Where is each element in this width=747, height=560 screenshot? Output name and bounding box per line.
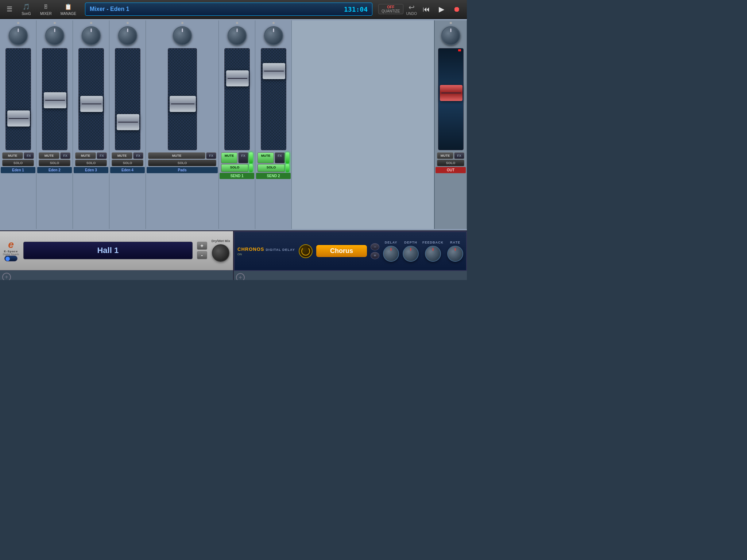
chronos-depth-param: DEPTH (403, 241, 419, 262)
fx-btn-eden1[interactable]: FX (24, 152, 34, 159)
chronos-delay-knob[interactable] (383, 246, 399, 262)
clip-indicator (458, 49, 461, 51)
solo-btn-send2[interactable]: SOLO (258, 164, 285, 172)
chronos-depth-knob[interactable] (403, 246, 419, 262)
mute-btn-eden1[interactable]: MUTE (2, 152, 23, 159)
fader-handle-send1[interactable] (226, 70, 249, 86)
espace-logo: e E-Space Digital Reverb (3, 240, 19, 261)
fx-btn-eden3[interactable]: FX (97, 152, 107, 159)
pan-knob-eden1[interactable] (9, 26, 28, 45)
fader-handle-eden3[interactable] (80, 96, 103, 112)
rewind-button[interactable]: ⏮ (420, 4, 433, 15)
quantize-button[interactable]: OFF QUANTIZE (378, 4, 403, 14)
fader-handle-master[interactable] (440, 85, 462, 101)
add-fx-btn-4[interactable]: + (236, 273, 245, 280)
pan-knob-master[interactable] (441, 26, 460, 45)
chronos-delay-param: DELAY (383, 241, 399, 262)
fx-slot-4: + 4. NO FX Hold a button on the effect c… (234, 271, 467, 280)
channel-label-eden3[interactable]: Eden 3 (74, 167, 108, 173)
fader-handle-eden1[interactable] (7, 110, 30, 127)
chronos-next-btn[interactable]: + (371, 252, 379, 259)
fader-handle-pads[interactable] (170, 96, 196, 112)
chronos-power-ring (301, 247, 310, 256)
solo-btn-eden1[interactable]: SOLO (2, 160, 34, 166)
mute-btn-eden3[interactable]: MUTE (75, 152, 96, 159)
espace-preset-display[interactable]: Hall 1 (23, 242, 193, 259)
chronos-preset-name: Chorus (330, 247, 353, 254)
channel-buttons-master: MUTE FX SOLO (436, 152, 466, 167)
fx-btn-eden2[interactable]: FX (60, 152, 70, 159)
channel-label-send2[interactable]: SEND 2 (256, 173, 291, 179)
espace-subtitle: Digital Reverb (3, 253, 19, 256)
mute-btn-eden4[interactable]: MUTE (112, 152, 132, 159)
chronos-rate-knob[interactable] (447, 246, 463, 262)
chronos-feedback-knob[interactable] (425, 246, 441, 262)
channel-strip-eden3: MUTE FX SOLO Eden 3 (73, 20, 109, 229)
chronos-feedback-param: FEEDBACK (422, 241, 444, 262)
pan-knob-pads[interactable] (173, 26, 192, 45)
fx-btn-master[interactable]: FX (454, 152, 464, 159)
led-solo-send1 (249, 164, 253, 172)
chronos-prev-btn[interactable]: − (371, 243, 379, 250)
add-fx-btn-3[interactable]: + (2, 273, 11, 280)
led-solo-send2 (286, 164, 289, 172)
fx-btn-send1[interactable]: FX (238, 152, 248, 163)
pan-knob-eden4[interactable] (118, 26, 137, 45)
fx-btn-eden4[interactable]: FX (133, 152, 143, 159)
channel-label-eden1[interactable]: Eden 1 (1, 167, 35, 173)
chronos-delay-label: DELAY (385, 241, 398, 244)
espace-power-toggle[interactable] (4, 256, 18, 261)
chronos-rate-label: RATE (450, 241, 460, 244)
led-send1 (249, 152, 253, 163)
mute-btn-eden2[interactable]: MUTE (39, 152, 59, 159)
display-time: 131:04 (344, 5, 368, 13)
solo-btn-eden4[interactable]: SOLO (112, 160, 143, 166)
pan-knob-eden2[interactable] (45, 26, 64, 45)
menu-button[interactable]: ☰ (4, 2, 15, 16)
fader-track-eden2 (42, 48, 67, 150)
solo-btn-eden3[interactable]: SOLO (75, 160, 107, 166)
channel-label-send1[interactable]: SEND 1 (220, 173, 254, 179)
display-title: Mixer - Eden 1 (90, 6, 129, 12)
channel-buttons-pads: MUTE FX SOLO (147, 152, 218, 167)
fader-track-master (438, 48, 464, 150)
fader-handle-eden4[interactable] (117, 114, 139, 130)
fader-track-send2 (261, 48, 286, 150)
solo-btn-send1[interactable]: SOLO (221, 164, 248, 172)
fader-handle-send2[interactable] (263, 63, 285, 79)
chronos-preset-display[interactable]: Chorus (316, 245, 367, 257)
fx-btn-send2[interactable]: FX (275, 152, 285, 163)
fx-btn-pads[interactable]: FX (206, 152, 216, 159)
channel-buttons-send1: MUTE FX SOLO (220, 152, 254, 173)
espace-plus-btn[interactable]: + (197, 242, 207, 250)
mute-btn-send1[interactable]: MUTE (221, 152, 237, 163)
chronos-module: CHRONOS DIGITAL DELAY ON Chorus − + DELA… (234, 231, 467, 271)
espace-minus-btn[interactable]: - (197, 251, 207, 259)
solo-btn-pads[interactable]: SOLO (148, 160, 216, 166)
record-button[interactable]: ⏺ (450, 4, 463, 15)
channel-strip-send2: MUTE FX SOLO SEND 2 (255, 20, 292, 229)
channel-label-pads[interactable]: Pads (147, 167, 218, 173)
pan-knob-eden3[interactable] (82, 26, 101, 45)
fader-handle-eden2[interactable] (44, 92, 66, 108)
mute-btn-master[interactable]: MUTE (437, 152, 453, 159)
undo-button[interactable]: ↩ UNDO (406, 3, 417, 16)
mute-btn-pads[interactable]: MUTE (148, 152, 205, 159)
solo-btn-eden2[interactable]: SOLO (39, 160, 70, 166)
chronos-power-btn[interactable] (299, 244, 313, 258)
pan-knob-send2[interactable] (264, 26, 283, 45)
channel-label-eden4[interactable]: Eden 4 (110, 167, 145, 173)
fader-track-pads (168, 48, 197, 150)
pan-knob-send1[interactable] (228, 26, 247, 45)
mute-btn-send2[interactable]: MUTE (258, 152, 274, 163)
channel-label-eden2[interactable]: Eden 2 (37, 167, 72, 173)
song-button[interactable]: 🎵 SonG (18, 1, 34, 17)
play-button[interactable]: ▶ (436, 3, 447, 15)
channel-buttons-eden3: MUTE FX SOLO (74, 152, 108, 167)
manage-button[interactable]: 📋 MANAGE (58, 1, 79, 17)
channel-strip-pads: MUTE FX SOLO Pads (146, 20, 219, 229)
dry-wet-knob[interactable] (212, 244, 229, 262)
solo-btn-master[interactable]: SOLO (437, 160, 464, 166)
mixer-button[interactable]: 🎚 MIXER (37, 1, 55, 17)
channel-label-master[interactable]: OUT (436, 167, 466, 173)
